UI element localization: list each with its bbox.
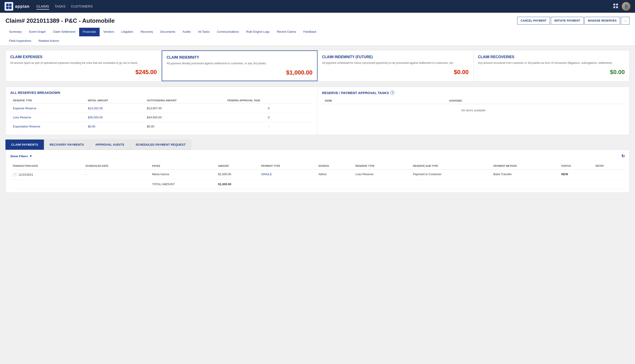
col-payment-type: PAYMENT TYPE (259, 162, 316, 170)
tab-field-inspections[interactable]: Field Inspections (6, 37, 35, 46)
total-row: TOTAL AMOUNT $1,000.00 (10, 180, 625, 189)
expense-reserve-initial: $14,202.00 (85, 104, 144, 113)
claim-indemnity-title: CLAIM INDEMNITY (167, 56, 313, 60)
reserves-breakdown-title: ALL RESERVES BREAKDOWN (10, 91, 313, 94)
payment-tab-recovery-payments[interactable]: RECOVERY PAYMENTS (44, 140, 90, 150)
reserves-section: ALL RESERVES BREAKDOWN RESERVE TYPE INIT… (6, 87, 629, 135)
tab-feedback[interactable]: Feedback (300, 28, 320, 36)
payment-tab-scheduled-payment[interactable]: SCHEDULED PAYMENT REQUEST (130, 140, 191, 150)
approval-table: NAME ASSIGNEE No items available (322, 98, 625, 116)
header-buttons: CANCEL PAYMENT INITIATE PAYMENT MANAGE R… (517, 17, 629, 24)
cell-status: NEW (559, 170, 593, 180)
nav-customers[interactable]: CUSTOMERS (71, 4, 93, 10)
expectation-reserve-pending: - (225, 122, 313, 131)
manage-reserves-button[interactable]: MANAGE RESERVES (584, 17, 620, 24)
payment-tab-approval-audits[interactable]: APPROVAL AUDITS (90, 140, 130, 150)
col-source: SOURCE (316, 162, 353, 170)
approval-tasks-title: RESERVE / PAYMENT APPROVAL TASKS ? (322, 91, 625, 95)
expectation-reserve-link[interactable]: Expectation Reserve (10, 122, 85, 131)
svg-rect-6 (613, 6, 615, 8)
total-empty-9 (593, 180, 625, 189)
cell-source: Adhoc (316, 170, 353, 180)
col-outstanding-amount: OUTSTANDING AMOUNT (144, 97, 225, 104)
col-retry: RETRY (593, 162, 625, 170)
loss-reserve-link[interactable]: Loss Reserve (10, 113, 85, 122)
total-empty-2 (83, 180, 150, 189)
payment-tab-claim-payments[interactable]: CLAIM PAYMENTS (6, 140, 44, 150)
total-empty-1 (10, 180, 83, 189)
expectation-reserve-outstanding: $0.00 (144, 122, 225, 131)
total-empty-4 (316, 180, 353, 189)
grid-icon[interactable] (613, 4, 618, 10)
cell-scheduled-date: - (83, 170, 150, 180)
col-assignee: ASSIGNEE (446, 98, 625, 104)
tab-audits[interactable]: Audits (179, 28, 194, 36)
cell-retry (593, 170, 625, 180)
tab-vendors[interactable]: Vendors (100, 28, 118, 36)
claim-indemnity-amount: $1,000.00 (167, 69, 313, 76)
payment-tabs: CLAIM PAYMENTS RECOVERY PAYMENTS APPROVA… (6, 140, 629, 150)
top-navigation: appian CLAIMS TASKS CUSTOMERS 👤 (0, 0, 635, 13)
expense-reserve-pending: 0 (225, 104, 313, 113)
tab-all-tasks[interactable]: All Tasks (194, 28, 213, 36)
claim-indemnity-desc: All payment already processed against se… (167, 61, 313, 66)
expense-reserve-link[interactable]: Expense Reserve (10, 104, 85, 113)
initiate-payment-button[interactable]: INITIATE PAYMENT (551, 17, 584, 24)
payments-section: Show Filters ▼ ↻ TRANSACTION DATE SCHEDU… (6, 150, 629, 193)
total-empty-5 (353, 180, 411, 189)
svg-rect-2 (6, 6, 9, 9)
nav-claims[interactable]: CLAIMS (36, 4, 49, 10)
tab-summary[interactable]: Summary (6, 28, 26, 36)
cell-reserve-sub-type: Payment to Customer (411, 170, 491, 180)
col-amount: AMOUNT (216, 162, 259, 170)
payments-table: TRANSACTION DATE SCHEDULED DATE PAYEE AM… (10, 162, 625, 189)
claim-expenses-card: CLAIM EXPENSES All amount spent as part … (6, 50, 162, 81)
user-avatar[interactable]: 👤 (622, 2, 630, 11)
col-name: NAME (322, 98, 446, 104)
main-content: CLAIM EXPENSES All amount spent as part … (0, 46, 635, 197)
col-pending-approval: PENDING APPROVAL TASK (225, 97, 313, 104)
tab-event-graph[interactable]: Event Graph (26, 28, 49, 36)
cell-payment-type[interactable]: SINGLE (259, 170, 316, 180)
nav-links: CLAIMS TASKS CUSTOMERS (36, 4, 93, 10)
claim-indemnity-future-title: CLAIM INDEMNITY (FUTURE) (322, 55, 469, 59)
nav-tasks[interactable]: TASKS (55, 4, 66, 10)
expense-reserve-outstanding: $13,957.00 (144, 104, 225, 113)
claim-title: Claim# 2021011389 - P&C - Automobile (6, 17, 115, 24)
tab-communications[interactable]: Communications (213, 28, 243, 36)
page-header: Claim# 2021011389 - P&C - Automobile CAN… (0, 13, 635, 46)
more-button[interactable]: ··· (621, 17, 629, 24)
claim-expenses-desc: All amount spent as part of operational … (10, 61, 157, 65)
claim-recoveries-title: CLAIM RECOVERIES (478, 55, 625, 59)
tab-recent-claims[interactable]: Recent Claims (273, 28, 300, 36)
col-initial-amount: INITIAL AMOUNT (85, 97, 144, 104)
tab-documents[interactable]: Documents (157, 28, 179, 36)
tab-litigation[interactable]: Litigation (118, 28, 137, 36)
tab-rule-engine-logs[interactable]: Rule Engine Logs (243, 28, 273, 36)
tab-recovery[interactable]: Recovery (137, 28, 157, 36)
appian-logo[interactable]: appian (5, 2, 30, 11)
claim-indemnity-future-desc: All payment scheduled for future (struct… (322, 61, 469, 65)
col-reserve-sub-type: RESERVE SUB TYPE (411, 162, 491, 170)
approval-tasks: RESERVE / PAYMENT APPROVAL TASKS ? NAME … (317, 87, 629, 135)
svg-rect-7 (616, 6, 618, 8)
col-payee: PAYEE (150, 162, 216, 170)
col-scheduled-date: SCHEDULED DATE (83, 162, 150, 170)
claim-recoveries-desc: Any amount recovered from customer or 3r… (478, 61, 625, 65)
no-items-row: No items available (322, 104, 625, 117)
filter-icon: ▼ (29, 154, 32, 158)
tab-related-actions[interactable]: Related Actions (35, 37, 63, 46)
total-empty-7 (491, 180, 559, 189)
show-filters-button[interactable]: Show Filters ▼ (10, 154, 32, 158)
svg-rect-5 (616, 4, 618, 6)
svg-rect-4 (613, 4, 615, 6)
cancel-payment-button[interactable]: CANCEL PAYMENT (517, 17, 550, 24)
tab-claim-settlement[interactable]: Claim Settlement (49, 28, 79, 36)
logo-text: appian (15, 4, 30, 9)
total-empty-8 (559, 180, 593, 189)
refresh-icon[interactable]: ↻ (621, 154, 625, 158)
tab-financials[interactable]: Financials (79, 28, 100, 36)
help-icon[interactable]: ? (390, 91, 394, 95)
claim-expenses-amount: $245.00 (10, 68, 157, 76)
claim-cards: CLAIM EXPENSES All amount spent as part … (6, 50, 629, 81)
